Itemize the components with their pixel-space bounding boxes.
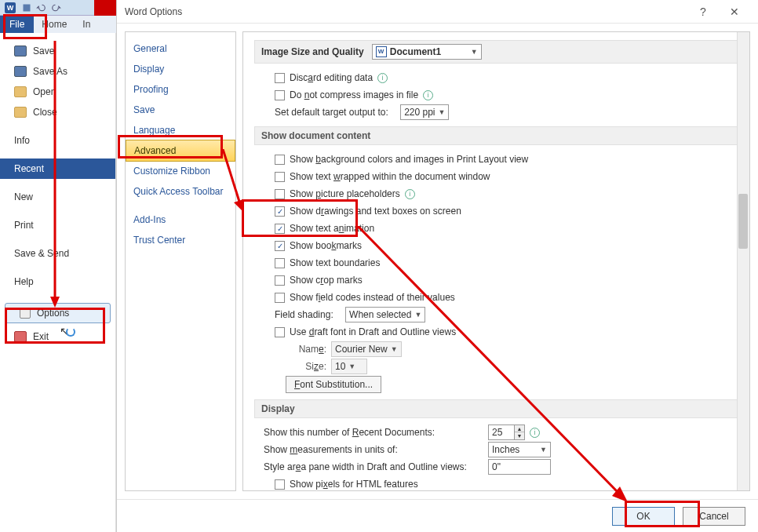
combo-value: 10 [335, 361, 345, 372]
insert-tab-partial[interactable]: In [75, 16, 98, 33]
dialog-title: Word Options [125, 6, 687, 17]
save-as-icon [14, 66, 27, 77]
cursor-busy-icon: ↖ [60, 325, 75, 337]
combo-value: Document1 [390, 46, 468, 57]
wrapped-checkbox[interactable] [275, 172, 285, 182]
category-save[interactable]: Save [126, 100, 235, 120]
redo-icon[interactable] [52, 3, 61, 13]
section-doc-content-heading: Show document content [254, 126, 738, 145]
chevron-down-icon: ▼ [348, 363, 355, 370]
svg-marker-4 [234, 199, 243, 212]
drawings-label: Show drawings and text boxes on screen [290, 206, 461, 217]
label: Help [14, 276, 34, 287]
home-tab[interactable]: Home [34, 16, 75, 33]
discard-editing-label: Discard editing data [290, 72, 373, 83]
svg-line-3 [223, 149, 240, 204]
svg-line-5 [358, 226, 618, 493]
label: New [14, 191, 33, 202]
ok-button[interactable]: OK [612, 507, 675, 526]
file-tab[interactable]: File [0, 16, 34, 33]
dialog-close-icon[interactable]: ✕ [719, 5, 750, 18]
label: Exit [33, 331, 49, 342]
discard-editing-checkbox[interactable] [275, 73, 285, 83]
button-label: Cancel [699, 511, 728, 522]
category-list: General Display Proofing Save Language A… [125, 31, 236, 491]
pixels-html-checkbox[interactable] [275, 479, 285, 490]
backstage-exit[interactable]: Exit [0, 326, 115, 347]
category-advanced[interactable]: Advanced [126, 140, 235, 162]
draft-font-checkbox[interactable] [275, 327, 285, 337]
annotation-arrow-bookmarks-to-ok [358, 226, 629, 502]
document-icon [376, 46, 387, 57]
undo-icon[interactable] [36, 3, 46, 13]
crop-label: Show crop marks [290, 275, 363, 286]
label: Info [14, 135, 30, 146]
section-image-heading: Image Size and Quality [261, 46, 364, 57]
combo-value: 220 ppi [404, 107, 435, 118]
bg-colors-checkbox[interactable] [275, 155, 285, 165]
default-target-label: Set default target output to: [275, 107, 388, 118]
category-general[interactable]: General [126, 38, 235, 59]
chevron-down-icon: ▼ [439, 108, 446, 116]
save-disk-icon [14, 46, 27, 56]
animation-checkbox[interactable] [275, 224, 285, 234]
scrollbar[interactable] [737, 32, 749, 490]
drawings-checkbox[interactable] [275, 206, 285, 217]
category-language[interactable]: Language [126, 120, 235, 140]
no-compress-checkbox[interactable] [275, 90, 285, 100]
label: Recent [14, 163, 44, 174]
svg-marker-2 [50, 297, 60, 308]
ribbon-tabs: File Home In [0, 16, 116, 33]
bg-colors-label: Show background colors and images in Pri… [290, 154, 528, 165]
svg-rect-0 [24, 5, 31, 12]
category-customize-ribbon[interactable]: Customize Ribbon [126, 161, 235, 181]
modified-indicator [94, 0, 116, 16]
category-addins[interactable]: Add-Ins [126, 210, 235, 230]
crop-checkbox[interactable] [275, 275, 285, 286]
category-qat[interactable]: Quick Access Toolbar [126, 181, 235, 202]
exit-icon [14, 331, 27, 342]
category-trust-center[interactable]: Trust Center [126, 230, 235, 250]
dialog-help-icon[interactable]: ? [687, 5, 719, 18]
quick-access-toolbar: W [0, 0, 116, 16]
bookmarks-checkbox[interactable] [275, 241, 285, 251]
annotation-arrow-file-to-options [47, 41, 63, 308]
bookmarks-label: Show bookmarks [290, 240, 362, 251]
chevron-down-icon: ▼ [471, 48, 478, 56]
label: Print [14, 220, 34, 231]
default-target-combo[interactable]: 220 ppi▼ [400, 104, 449, 120]
info-icon[interactable] [377, 73, 388, 83]
dialog-footer: OK Cancel [117, 499, 758, 532]
info-icon[interactable] [405, 189, 415, 199]
placeholders-checkbox[interactable] [275, 189, 285, 199]
placeholders-label: Show picture placeholders [290, 188, 400, 199]
no-compress-label: Do not compress images in file [290, 89, 418, 100]
label: Options [37, 308, 69, 319]
font-size-label: Size: [286, 361, 326, 372]
field-codes-checkbox[interactable] [275, 293, 285, 303]
scroll-thumb[interactable] [738, 194, 748, 249]
close-folder-icon [14, 107, 27, 118]
category-display[interactable]: Display [126, 59, 235, 79]
info-icon[interactable] [423, 90, 433, 100]
open-folder-icon [14, 86, 27, 97]
options-icon [20, 308, 31, 319]
annotation-arrow-advanced-to-bookmarks [223, 149, 246, 212]
save-icon[interactable] [22, 3, 31, 13]
cancel-button[interactable]: Cancel [683, 507, 745, 526]
button-label: OK [636, 511, 650, 522]
image-quality-doc-combo[interactable]: Document1▼ [372, 44, 482, 60]
wrapped-label: Show text wrapped within the document wi… [290, 171, 490, 182]
word-icon: W [5, 2, 16, 13]
boundaries-checkbox[interactable] [275, 258, 285, 268]
category-proofing[interactable]: Proofing [126, 79, 235, 100]
field-shading-label: Field shading: [275, 309, 333, 320]
dialog-titlebar: Word Options ? ✕ [117, 0, 758, 24]
font-name-label: Name: [286, 344, 326, 355]
